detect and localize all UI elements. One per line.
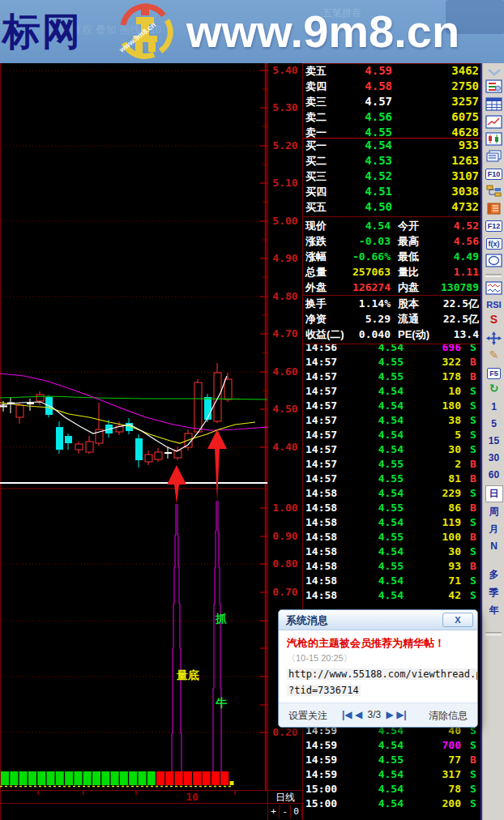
last-page-icon[interactable]: ▶| bbox=[396, 709, 407, 720]
period-1[interactable]: 1 bbox=[483, 400, 504, 412]
quote-report-icon[interactable] bbox=[483, 79, 504, 96]
trend-line-icon[interactable] bbox=[483, 115, 504, 131]
txn-time: 14:58 bbox=[305, 515, 337, 530]
candlestick-chart[interactable]: 量底抓牛10 bbox=[0, 63, 267, 820]
order-book-row[interactable]: 买四4.513038 bbox=[303, 184, 481, 199]
chart-zoom-button[interactable]: 0 bbox=[291, 805, 302, 818]
period-60[interactable]: 60 bbox=[483, 468, 504, 480]
next-page-icon[interactable]: ▶ bbox=[387, 709, 394, 720]
order-price: 4.52 bbox=[342, 169, 392, 184]
transaction-row: 14:574.545S bbox=[303, 428, 481, 442]
txn-side: S bbox=[468, 767, 478, 782]
indicator-label: 牛 bbox=[216, 696, 227, 709]
txn-time: 14:59 bbox=[305, 738, 337, 753]
txn-price: 4.54 bbox=[359, 399, 404, 413]
period-season[interactable]: 季 bbox=[483, 586, 504, 600]
period-day[interactable]: 日 bbox=[483, 485, 504, 502]
order-level-label: 买二 bbox=[305, 153, 327, 169]
order-book-row[interactable]: 卖二4.566075 bbox=[303, 109, 481, 125]
period-15[interactable]: 15 bbox=[483, 434, 504, 446]
period-label[interactable]: 日线 bbox=[268, 790, 302, 804]
pencil-icon-label: ✎ bbox=[489, 348, 499, 361]
refresh-icon[interactable]: ↻ bbox=[483, 382, 504, 395]
ad-banner[interactable]: 复权 叠加 画线 F10 五笔拼音 指标网 www.9m8.cn www.9m8… bbox=[0, 0, 504, 63]
quote-label: 量比 bbox=[398, 264, 419, 280]
move-icon[interactable] bbox=[483, 331, 504, 348]
period-year[interactable]: 年 bbox=[483, 604, 504, 617]
pencil-icon[interactable]: ✎ bbox=[483, 348, 504, 361]
order-price: 4.54 bbox=[342, 138, 392, 153]
order-volume: 1263 bbox=[421, 153, 479, 169]
collapse-chevron-icon[interactable] bbox=[483, 66, 504, 79]
order-book-row[interactable]: 卖三4.573257 bbox=[303, 94, 481, 109]
transaction-row: 14:574.5430S bbox=[303, 442, 481, 457]
dialog-titlebar[interactable]: 系统消息 X bbox=[279, 610, 477, 630]
order-volume: 2750 bbox=[421, 79, 479, 94]
dialog-title: 系统消息 bbox=[286, 613, 328, 628]
clear-messages-button[interactable]: 清除信息 bbox=[429, 709, 468, 723]
period-week[interactable]: 周 bbox=[483, 505, 504, 519]
circle-tool-icon[interactable] bbox=[483, 254, 504, 270]
period-n[interactable]: N bbox=[483, 540, 504, 552]
f5-button[interactable]: F5 bbox=[483, 366, 504, 379]
f12-button[interactable]: F12 bbox=[483, 219, 504, 232]
kline-icon[interactable] bbox=[483, 132, 504, 148]
txn-price: 4.54 bbox=[359, 574, 404, 588]
quote-value: 126274 bbox=[330, 280, 391, 295]
order-book-row[interactable]: 买一4.54933 bbox=[303, 138, 481, 153]
order-book-row[interactable]: 买二4.531263 bbox=[303, 153, 481, 169]
money-icon[interactable]: S bbox=[483, 313, 504, 326]
txn-side: S bbox=[468, 545, 478, 559]
close-icon[interactable]: X bbox=[442, 613, 473, 627]
period-30[interactable]: 30 bbox=[483, 451, 504, 463]
panel-divider bbox=[303, 138, 481, 139]
txn-side: S bbox=[468, 399, 478, 413]
order-volume: 3107 bbox=[421, 169, 479, 184]
txn-volume: 200 bbox=[411, 797, 461, 811]
txn-time: 14:57 bbox=[305, 472, 337, 486]
transaction-row: 14:584.5442S bbox=[303, 588, 481, 603]
dialog-link-line2[interactable]: ?tid=7336714 bbox=[287, 685, 361, 696]
txn-price: 4.54 bbox=[359, 782, 404, 797]
txn-price: 4.54 bbox=[359, 428, 404, 442]
txn-price: 4.55 bbox=[359, 457, 404, 472]
formula-button[interactable]: f(x) bbox=[483, 237, 504, 250]
prev-page-icon[interactable]: ◀ bbox=[355, 709, 362, 720]
period-multi[interactable]: 多 bbox=[483, 568, 504, 582]
txn-side: B bbox=[468, 753, 478, 767]
order-level-label: 卖二 bbox=[305, 109, 327, 125]
txn-side: S bbox=[468, 574, 478, 588]
toolbar-divider bbox=[485, 274, 502, 277]
rsi-button[interactable]: RSI bbox=[483, 298, 504, 310]
chart-zoom-button[interactable]: - bbox=[280, 805, 291, 818]
quote-value: -0.03 bbox=[330, 233, 391, 249]
order-book-row[interactable]: 买五4.504732 bbox=[303, 199, 481, 215]
chart-zoom-button[interactable]: + bbox=[268, 805, 280, 818]
zoom-button-group: +-0 bbox=[268, 805, 302, 818]
first-page-icon[interactable]: |◀ bbox=[342, 709, 352, 720]
quote-label: 涨跌 bbox=[305, 233, 327, 249]
order-book-row[interactable]: 卖五4.593462 bbox=[303, 63, 481, 79]
order-book-row[interactable]: 卖四4.582750 bbox=[303, 79, 481, 94]
dialog-timestamp: 〈10-15 20:25〉 bbox=[287, 652, 352, 664]
structure-icon[interactable] bbox=[483, 184, 504, 200]
dialog-link-line1[interactable]: http://www.55188.com/viewthread.php bbox=[287, 668, 478, 680]
order-price: 4.57 bbox=[342, 94, 392, 109]
quote-label: 涨幅 bbox=[305, 249, 327, 264]
txn-price: 4.54 bbox=[359, 515, 404, 530]
panel-divider bbox=[303, 344, 481, 344]
period-month[interactable]: 月 bbox=[483, 523, 504, 536]
data-grid-icon[interactable] bbox=[483, 97, 504, 113]
txn-side: S bbox=[468, 515, 478, 530]
txn-time: 15:00 bbox=[305, 797, 337, 811]
period-5[interactable]: 5 bbox=[483, 417, 504, 429]
f10-button[interactable]: F10 bbox=[483, 167, 504, 180]
transaction-row: 14:584.54119S bbox=[303, 515, 481, 530]
wave-indicator-icon[interactable] bbox=[483, 281, 504, 297]
quote-label: 净资 bbox=[305, 311, 327, 327]
multi-page-icon[interactable] bbox=[483, 149, 504, 165]
notebook-icon[interactable] bbox=[483, 202, 504, 218]
txn-price: 4.54 bbox=[359, 413, 404, 428]
set-follow-button[interactable]: 设置关注 bbox=[288, 709, 327, 723]
order-book-row[interactable]: 买三4.523107 bbox=[303, 169, 481, 184]
